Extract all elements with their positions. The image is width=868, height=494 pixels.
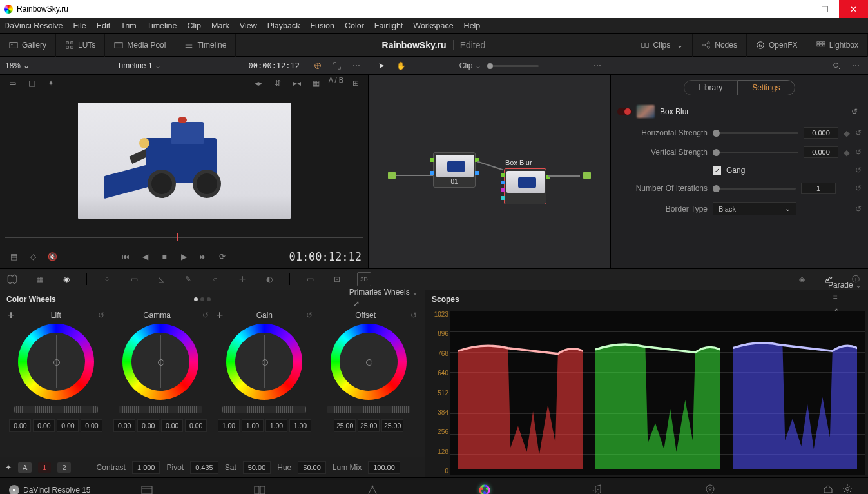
viewer-mode-icon[interactable]: ▭ (5, 76, 19, 90)
reset-icon[interactable]: ↺ (855, 204, 862, 213)
tracker-icon[interactable]: ✛ (235, 272, 249, 286)
gain-colorwheel[interactable] (226, 324, 302, 400)
vstrength-value[interactable]: 0.000 (804, 146, 838, 158)
up-down-icon[interactable]: ⇵ (271, 76, 285, 90)
menu-color[interactable]: Color (345, 21, 364, 30)
viewer-image[interactable] (0, 92, 368, 230)
hand-icon[interactable]: ✋ (394, 59, 408, 73)
viewer-options-icon[interactable]: ⋯ (349, 59, 363, 73)
key-icon[interactable]: ▭ (303, 272, 317, 286)
color-wheels-icon[interactable]: ◉ (59, 272, 73, 286)
mediapool-button[interactable]: Media Pool (105, 34, 175, 57)
layers-icon[interactable]: ◇ (26, 250, 40, 264)
rgb-mixer-icon[interactable]: ⁘ (100, 272, 114, 286)
blur-icon[interactable]: ◐ (262, 272, 276, 286)
home-icon[interactable] (823, 484, 842, 494)
luts-button[interactable]: LUTs (56, 34, 105, 57)
menu-help[interactable]: Help (464, 21, 481, 30)
vstrength-slider[interactable] (713, 152, 798, 153)
scopes-settings-icon[interactable]: ≡ (828, 290, 842, 304)
menu-mark[interactable]: Mark (211, 21, 229, 30)
menu-file[interactable]: File (73, 21, 86, 30)
curves-icon[interactable]: ◺ (154, 272, 168, 286)
offset-jog[interactable] (327, 406, 410, 413)
search-icon[interactable] (829, 59, 844, 73)
viewer-scrubber[interactable] (5, 232, 363, 242)
menu-davinci[interactable]: DaVinci Resolve (4, 21, 63, 30)
lightbox-button[interactable]: Lightbox (807, 34, 868, 57)
lift-jog[interactable] (14, 406, 98, 413)
split-icon[interactable]: ◫ (24, 76, 39, 90)
color-page-icon[interactable] (429, 484, 541, 495)
timeline-button[interactable]: Timeline (175, 34, 236, 57)
fx-reset-icon[interactable]: ↺ (847, 104, 862, 119)
reset-icon[interactable]: ↺ (306, 311, 313, 320)
clips-button[interactable]: Clips⌄ (632, 34, 693, 57)
stop-icon[interactable]: ■ (157, 250, 171, 264)
menu-clip[interactable]: Clip (188, 21, 202, 30)
play-icon[interactable]: ▶ (177, 250, 191, 264)
offset-colorwheel[interactable] (331, 324, 407, 400)
fx-enable-toggle[interactable] (617, 108, 632, 115)
qualifier-icon[interactable]: ✎ (181, 272, 195, 286)
grid-icon[interactable]: ⊞ (349, 76, 363, 90)
menu-workspace[interactable]: Workspace (413, 21, 453, 30)
clip-label[interactable]: Clip (459, 61, 473, 70)
openfx-button[interactable]: fxOpenFX (747, 34, 807, 57)
timeline-name[interactable]: Timeline 1 ⌄ (35, 61, 243, 70)
gamma-colorwheel[interactable] (122, 324, 198, 400)
in-out-icon[interactable]: ◂▸ (251, 76, 265, 90)
sat-value[interactable]: 50.00 (243, 461, 271, 474)
color-match-icon[interactable]: ▦ (32, 272, 46, 286)
auto-icon[interactable]: ✦ (5, 463, 12, 472)
pivot-value[interactable]: 0.435 (190, 461, 218, 474)
fusion-page-icon[interactable] (316, 484, 429, 495)
viewer-timecode[interactable]: 01:00:12:12 (289, 250, 362, 263)
tab-settings[interactable]: Settings (737, 80, 795, 95)
hstrength-slider[interactable] (713, 132, 798, 134)
picker-icon[interactable]: ✛ (8, 311, 14, 320)
minimize-button[interactable]: — (781, 0, 810, 18)
expand-icon[interactable] (330, 59, 344, 73)
auto-a[interactable]: A (18, 462, 32, 473)
3d-icon[interactable]: 3D (357, 272, 371, 286)
checker-icon[interactable]: ▦ (309, 76, 323, 90)
menu-timeline[interactable]: Timeline (147, 21, 177, 30)
menu-trim[interactable]: Trim (121, 21, 137, 30)
hstrength-value[interactable]: 0.000 (804, 127, 838, 139)
picker-icon[interactable]: ✛ (217, 311, 223, 320)
page-2[interactable]: 2 (57, 462, 70, 473)
insp-options-icon[interactable]: ⋯ (849, 59, 863, 73)
node-options-icon[interactable]: ⋯ (590, 59, 604, 73)
lummix-value[interactable]: 100.00 (368, 461, 400, 474)
loop-icon[interactable]: ⟳ (215, 250, 229, 264)
reset-icon[interactable]: ↺ (855, 166, 862, 175)
window-icon[interactable]: ○ (208, 272, 222, 286)
iter-slider[interactable] (713, 188, 796, 190)
ab-label[interactable]: A / B (329, 76, 343, 90)
fairlight-page-icon[interactable] (541, 484, 654, 495)
image-wipe-icon[interactable] (311, 59, 325, 73)
close-button[interactable]: ✕ (839, 0, 868, 18)
border-select[interactable]: Black⌄ (713, 202, 796, 215)
media-page-icon[interactable] (91, 485, 204, 495)
keyframes-icon[interactable]: ◈ (795, 272, 809, 286)
scopes-mode[interactable]: Parade (828, 281, 853, 290)
match-frame-icon[interactable]: ▤ (6, 250, 21, 264)
menu-fairlight[interactable]: Fairlight (374, 21, 403, 30)
reset-icon[interactable]: ↺ (855, 128, 862, 137)
viewer-zoom[interactable]: 18%⌄ (5, 61, 30, 70)
node-output[interactable] (583, 172, 591, 179)
hue-value[interactable]: 50.00 (298, 461, 326, 474)
settings-icon[interactable] (842, 484, 862, 494)
edit-page-icon[interactable] (203, 485, 316, 495)
record-timecode[interactable]: 00:00:12:12 (249, 61, 300, 70)
reset-icon[interactable]: ↺ (855, 184, 862, 193)
keyframe-icon[interactable]: ◆ (844, 148, 850, 157)
reset-icon[interactable]: ↺ (410, 311, 417, 320)
play-reverse-icon[interactable]: ◀ (138, 250, 152, 264)
sizing-icon[interactable]: ⊡ (330, 272, 344, 286)
gain-jog[interactable] (222, 406, 306, 413)
iter-value[interactable]: 1 (801, 183, 836, 194)
wand-icon[interactable]: ✦ (44, 76, 58, 90)
